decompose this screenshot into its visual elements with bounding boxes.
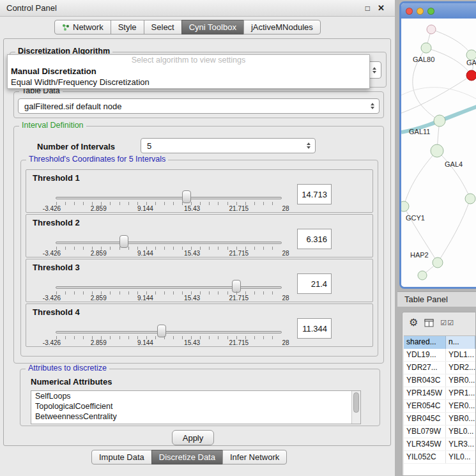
combo-spinner[interactable]	[372, 67, 376, 73]
tab-jactivemodules[interactable]: jActiveMNodules	[243, 20, 321, 35]
tick-label: 21.715	[229, 295, 249, 302]
close-icon[interactable]: ✕	[378, 3, 385, 13]
table-row[interactable]: YDR27...YDR2...	[404, 362, 475, 374]
network-node[interactable]	[427, 25, 436, 34]
table-header: shared... n...	[404, 336, 475, 349]
list-item[interactable]: TopologicalCoefficient	[31, 401, 360, 411]
network-node-gal11[interactable]	[434, 115, 445, 127]
list-item[interactable]: BetweennessCentrality	[31, 411, 360, 422]
slider-thumb[interactable]	[182, 190, 191, 203]
scrollbar-thumb[interactable]	[353, 392, 359, 413]
screen: Control Panel □ ✕ Network Style	[0, 0, 476, 476]
network-node[interactable]	[465, 194, 475, 204]
numerical-attributes-listbox[interactable]: SelfLoopsTopologicalCoefficientBetweenne…	[31, 390, 361, 424]
thresholds-coordinates-group: Threshold's Coordinates for 5 Intervals …	[20, 160, 378, 357]
columns-icon[interactable]	[424, 319, 434, 327]
numerical-attributes-label: Numerical Attributes	[31, 377, 112, 387]
table-panel-bar: Table Panel	[397, 291, 476, 307]
table-data-group: Table Data galFiltered.sif default node	[13, 91, 384, 118]
tab-cyni-toolbox[interactable]: Cyni Toolbox	[181, 20, 244, 35]
select-columns-icon[interactable]: ☑☑	[440, 319, 454, 327]
tick-label: 2.859	[91, 295, 107, 302]
node-label-ga: GA	[466, 59, 476, 66]
tab-discretize-data[interactable]: Discretize Data	[151, 450, 223, 464]
tick-label: 21.715	[229, 205, 249, 212]
tab-network[interactable]: Network	[54, 20, 111, 35]
algorithm-dropdown-popup: Select algorithm to view settings Manual…	[7, 54, 370, 89]
zoom-traffic-light[interactable]	[427, 8, 434, 15]
network-node-gcy1[interactable]	[401, 201, 409, 211]
tab-impute-data[interactable]: Impute Data	[91, 450, 152, 464]
dropdown-option-manual-discretization[interactable]: Manual Discretization	[8, 66, 369, 77]
numerical-attributes-list: SelfLoopsTopologicalCoefficientBetweenne…	[31, 391, 360, 422]
tick-label: 9.144	[137, 205, 153, 212]
close-traffic-light[interactable]	[406, 8, 413, 15]
network-graph: GAL80 GA GAL11 GAL4 GCY1 HAP2	[401, 19, 476, 287]
combo-spinner[interactable]	[307, 142, 311, 149]
dropdown-hint: Select algorithm to view settings	[8, 55, 369, 66]
tab-infer-network[interactable]: Infer Network	[222, 450, 287, 464]
tick-label: 21.715	[229, 250, 249, 257]
network-node-hap2[interactable]	[433, 257, 443, 268]
cyni-toolbox-panel: Discretization Algorithm Select algorith…	[3, 38, 391, 446]
table-row[interactable]: YDL19...YDL1...	[404, 349, 475, 362]
network-node-selected-red[interactable]	[466, 70, 476, 81]
minimize-traffic-light[interactable]	[417, 8, 424, 15]
table-row[interactable]: YBR045CYBR0...	[404, 413, 475, 426]
network-node[interactable]	[418, 271, 427, 280]
window-icons: □ ✕	[365, 3, 385, 13]
column-header-shared[interactable]: shared...	[404, 336, 446, 349]
network-node-gal80[interactable]	[421, 43, 431, 53]
threshold-panel: Threshold 1 -3.4262.8599.14415.4321.7152…	[26, 169, 373, 213]
table-row[interactable]: YLR345WYLR3...	[404, 438, 475, 451]
table-row[interactable]: YER054CYER0...	[404, 400, 475, 413]
table-cell: YIL052C	[404, 451, 446, 463]
gear-icon[interactable]: ⚙	[409, 318, 418, 328]
threshold-panel: Threshold 2 -3.4262.8599.14415.4321.7152…	[26, 214, 373, 257]
float-window-icon[interactable]: □	[365, 4, 370, 13]
tab-label: Discretize Data	[159, 452, 215, 462]
slider-thumb[interactable]	[119, 235, 128, 248]
threshold-value-field[interactable]: 11.344	[297, 318, 332, 339]
tab-select[interactable]: Select	[144, 20, 182, 35]
list-item[interactable]: SelfLoops	[31, 391, 360, 401]
node-label-gal11: GAL11	[409, 128, 430, 135]
table-cell: YBR0...	[446, 374, 475, 387]
table-cell: YDL19...	[404, 349, 446, 361]
table-cell: YER0...	[446, 400, 475, 412]
number-of-intervals-value: 5	[147, 141, 151, 151]
table-row[interactable]: YBL079WYBL0...	[404, 426, 475, 438]
table-row[interactable]: YBR043CYBR0...	[404, 374, 475, 387]
table-cell: YLR3...	[446, 438, 475, 450]
dropdown-option-equal-width-frequency[interactable]: Equal Width/Frequency Discretization	[8, 77, 369, 88]
combo-spinner[interactable]	[371, 103, 374, 109]
threshold-value-field[interactable]: 21.4	[297, 273, 332, 294]
table-cell: YDR2...	[446, 362, 475, 374]
tick-label: 2.859	[91, 339, 107, 346]
tick-label: 28	[282, 205, 289, 212]
network-window-titlebar[interactable]	[401, 3, 476, 19]
table-row[interactable]: YPR145WYPR1...	[404, 387, 475, 400]
thresholds-container: Threshold 1 -3.4262.8599.14415.4321.7152…	[26, 169, 373, 348]
tick-label: 9.144	[137, 250, 153, 257]
control-panel: Control Panel □ ✕ Network Style	[0, 0, 395, 476]
table-row[interactable]: YIL052CYIL0...	[404, 451, 475, 464]
threshold-value-field[interactable]: 14.713	[297, 184, 332, 204]
table-data-combobox[interactable]: galFiltered.sif default node	[18, 98, 380, 114]
group-label: Attributes to discretize	[26, 364, 109, 372]
apply-button[interactable]: Apply	[172, 430, 214, 445]
slider-thumb[interactable]	[232, 280, 241, 293]
number-of-intervals-combobox[interactable]: 5	[141, 138, 316, 153]
tick-label: 15.43	[184, 339, 200, 346]
table-cell: YBR0...	[446, 413, 475, 425]
network-canvas[interactable]: GAL80 GA GAL11 GAL4 GCY1 HAP2	[401, 19, 476, 287]
column-header-name[interactable]: n...	[446, 336, 475, 349]
tab-style[interactable]: Style	[111, 20, 144, 35]
threshold-value-field[interactable]: 6.316	[297, 229, 332, 249]
list-scrollbar[interactable]	[351, 391, 360, 424]
network-node-gal4[interactable]	[431, 144, 443, 157]
spinner-down-icon	[372, 71, 376, 73]
slider-thumb[interactable]	[157, 325, 166, 337]
tick-label: 9.144	[137, 295, 153, 302]
table-data-selected-value: galFiltered.sif default node	[24, 102, 121, 111]
